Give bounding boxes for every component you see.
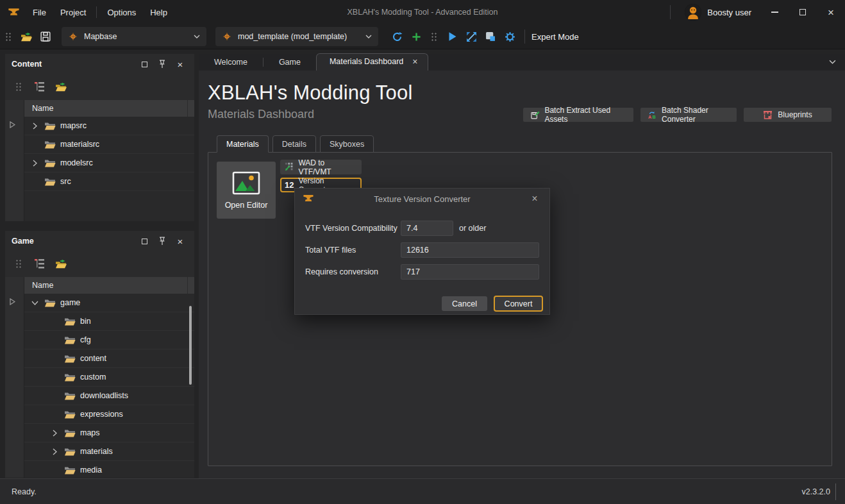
dialog-title: Texture Version Converter [295, 194, 549, 204]
app-window: File Project Options Help XBLAH's Moddin… [0, 0, 845, 504]
panel-maximize-button[interactable] [135, 57, 153, 71]
tree-row[interactable]: bin [24, 312, 194, 331]
anvil-app-icon [303, 194, 314, 203]
folder-icon [44, 122, 56, 130]
save-button[interactable] [36, 28, 55, 46]
folder-icon [44, 299, 56, 307]
tab-details[interactable]: Details [272, 135, 316, 153]
tree-row[interactable]: content [24, 349, 194, 368]
tree-row-label: maps [80, 428, 100, 437]
panel-toolbar-grip[interactable] [15, 82, 22, 92]
menu-file[interactable]: File [26, 5, 53, 20]
plus-icon [412, 32, 421, 42]
tab-materials-dashboard[interactable]: Materials Dashboard × [316, 53, 429, 71]
close-button[interactable]: × [817, 0, 845, 24]
storefront-icon [763, 110, 773, 119]
open-project-button[interactable] [17, 28, 36, 46]
tree-row[interactable]: materials [24, 442, 194, 461]
row-gutter [5, 277, 24, 478]
menu-help[interactable]: Help [144, 5, 174, 20]
tree-row-label: bin [80, 317, 91, 326]
folder-icon [64, 466, 76, 475]
minimize-button[interactable] [760, 0, 789, 24]
version-count-badge: 12 [285, 180, 294, 190]
name-column-header[interactable]: Name [24, 277, 188, 294]
tab-welcome[interactable]: Welcome [199, 55, 263, 71]
panel-pin-button[interactable] [153, 57, 171, 71]
collapse-all-button[interactable] [29, 78, 49, 96]
windows-tool-button[interactable] [481, 28, 500, 46]
refresh-button[interactable] [387, 28, 406, 46]
expander-icon[interactable] [29, 298, 40, 308]
panel-toolbar-grip[interactable] [15, 259, 22, 269]
expander-icon[interactable] [29, 121, 40, 131]
name-column-header[interactable]: Name [24, 100, 188, 117]
tab-overflow-button[interactable] [829, 60, 836, 64]
tree-row[interactable]: maps [24, 424, 194, 442]
total-vtf-files-input[interactable] [401, 242, 539, 258]
vtf-version-input[interactable] [401, 221, 453, 236]
dialog-close-button[interactable]: × [526, 191, 543, 206]
convert-button[interactable]: Convert [494, 296, 543, 312]
resize-grip[interactable] [835, 483, 836, 500]
blueprints-button[interactable]: Blueprints [744, 108, 832, 122]
tab-close-icon[interactable]: × [412, 57, 417, 66]
batch-shader-converter-button[interactable]: AB Batch Shader Converter [640, 108, 737, 122]
tree-row[interactable]: downloadlists [24, 387, 194, 405]
tree-row[interactable]: cfg [24, 331, 194, 349]
anvil-app-icon [8, 8, 20, 17]
tab-skyboxes[interactable]: Skyboxes [320, 135, 374, 153]
folder-icon [64, 336, 76, 344]
expander-icon[interactable] [29, 158, 40, 168]
svg-text:A: A [648, 113, 652, 119]
tree-row[interactable]: src [24, 172, 194, 191]
tree-header: Name [5, 277, 194, 294]
expander-icon[interactable] [49, 446, 60, 457]
maximize-button[interactable] [789, 0, 817, 24]
tab-materials[interactable]: Materials [217, 135, 269, 153]
panel-close-button[interactable]: × [171, 57, 189, 71]
menu-options[interactable]: Options [101, 5, 142, 20]
tree-row[interactable]: custom [24, 368, 194, 387]
tab-game[interactable]: Game [264, 55, 316, 71]
collapse-all-button[interactable] [29, 255, 49, 273]
open-editor-button[interactable]: Open Editor [217, 162, 276, 219]
tree-header: Name [5, 100, 194, 117]
maximize-icon [142, 62, 147, 67]
tree-row[interactable]: expressions [24, 405, 194, 424]
expand-arrows-icon [466, 31, 477, 42]
scrollbar-thumb[interactable] [189, 306, 192, 385]
tree-row[interactable]: game [24, 294, 194, 312]
menu-project[interactable]: Project [54, 5, 92, 20]
add-button[interactable] [406, 28, 426, 46]
expand-tool-button[interactable] [462, 28, 481, 46]
tree-row[interactable]: mapsrc [24, 117, 194, 135]
tree-row[interactable]: media [24, 461, 194, 478]
module-diamond-icon [68, 31, 78, 42]
toolbar-grip[interactable] [5, 32, 12, 42]
tree-row[interactable]: modelsrc [24, 154, 194, 172]
tree-row[interactable]: materialsrc [24, 135, 194, 154]
cancel-button[interactable]: Cancel [442, 296, 487, 311]
settings-search-button[interactable] [500, 28, 519, 46]
wad-to-vtf-button[interactable]: WAD to VTF/VMT [280, 160, 362, 174]
user-account-button[interactable]: Boosty user [676, 4, 760, 21]
toolbar-grip[interactable] [431, 32, 437, 42]
panel-pin-button[interactable] [153, 234, 171, 248]
expander-icon[interactable] [49, 428, 60, 438]
vertical-scrollbar[interactable] [189, 306, 192, 449]
mod-select-value: mod_template (mod_template) [238, 32, 360, 41]
profile-select[interactable]: Mapbase [62, 27, 206, 46]
open-folder-button[interactable] [51, 255, 71, 273]
requires-conversion-input[interactable] [401, 264, 539, 280]
open-folder-button[interactable] [51, 78, 71, 96]
chevron-down-icon [194, 35, 200, 38]
panel-close-button[interactable]: × [171, 234, 189, 248]
panel-maximize-button[interactable] [135, 234, 153, 248]
mod-select[interactable]: mod_template (mod_template) [215, 27, 378, 46]
batch-extract-used-assets-button[interactable]: Batch Extract Used Assets [523, 108, 633, 122]
run-button[interactable] [442, 28, 462, 46]
content-panel: Content × Name [5, 54, 194, 221]
button-label: Blueprints [778, 110, 812, 119]
dialog-field-row: Total VTF files [295, 242, 549, 258]
